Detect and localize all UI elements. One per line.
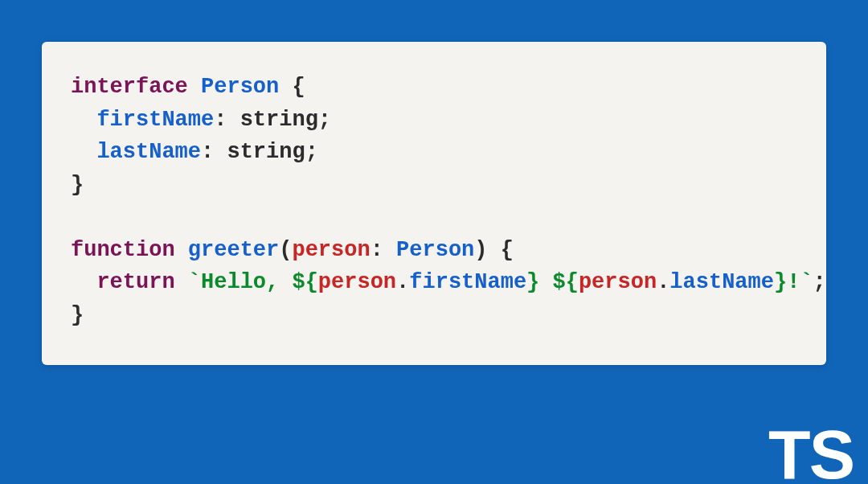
type-person-2: Person	[396, 238, 474, 262]
code-panel: interface Person { firstName: string; la…	[42, 42, 826, 365]
code-line-5	[71, 201, 797, 234]
code-line-2: firstName: string;	[71, 104, 797, 137]
param-person: person	[292, 238, 370, 262]
prop-lastname: lastName	[96, 140, 201, 164]
typescript-logo: TS	[768, 420, 854, 484]
fn-greeter: greeter	[188, 238, 279, 262]
code-line-7: return `Hello, ${person.firstName} ${per…	[71, 266, 797, 299]
keyword-interface: interface	[71, 75, 188, 99]
member-lastname: lastName	[669, 270, 774, 294]
prop-firstname: firstName	[96, 108, 214, 132]
keyword-function: function	[71, 238, 175, 262]
tmpl-obj-2: person	[579, 270, 657, 294]
type-person: Person	[201, 75, 279, 99]
code-line-6: function greeter(person: Person) {	[71, 234, 797, 267]
str-hello: Hello,	[201, 270, 292, 294]
member-firstname: firstName	[409, 270, 526, 294]
tmpl-obj-1: person	[318, 270, 396, 294]
code-line-4: }	[71, 169, 797, 202]
code-line-1: interface Person {	[71, 71, 797, 104]
keyword-return: return	[96, 270, 174, 294]
code-line-8: }	[71, 299, 797, 332]
code-line-3: lastName: string;	[71, 136, 797, 169]
